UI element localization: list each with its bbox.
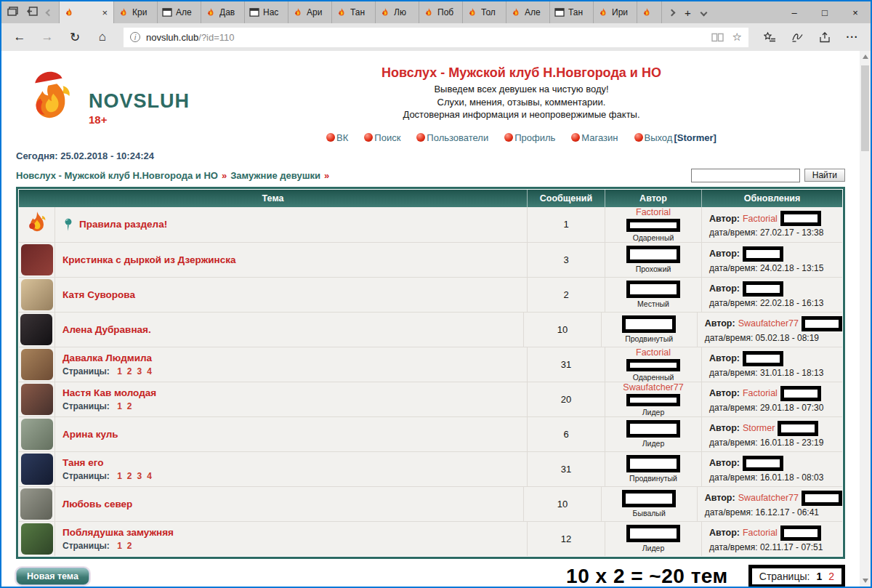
censored-updated-author	[802, 316, 842, 331]
updated-author-link[interactable]: Swaufatcher77	[738, 318, 799, 329]
author-cell: Продвинутый	[602, 313, 698, 347]
avatar	[20, 488, 52, 520]
minimize-button[interactable]: –	[779, 1, 810, 23]
browser-tab[interactable]	[637, 1, 662, 23]
topic-page-link[interactable]: 1	[117, 541, 122, 551]
new-topic-button[interactable]: Новая тема	[16, 568, 89, 585]
site-logo[interactable]: NOVSLUH 18+	[23, 65, 227, 143]
ink-notes-icon[interactable]	[785, 26, 810, 48]
browser-tab[interactable]: Кри	[114, 1, 158, 23]
scroll-up-icon[interactable]	[863, 55, 868, 59]
site-info-icon[interactable]: i	[130, 32, 140, 42]
updated-author-link[interactable]: Factorial	[743, 388, 778, 398]
breadcrumb-link[interactable]: Замужние девушки	[230, 170, 320, 181]
topic-title-link[interactable]: Катя Суворова	[62, 289, 135, 300]
updates-cell: Автор: Swaufatcher77 дата/время: 05.02.1…	[698, 313, 842, 347]
topic-page-link[interactable]: 4	[147, 366, 152, 376]
browser-tab[interactable]: ×	[59, 1, 114, 23]
topic-title-link[interactable]: Правила раздела!	[79, 219, 167, 230]
vertical-scrollbar[interactable]	[860, 51, 871, 587]
author-link[interactable]: Swaufatcher77	[623, 382, 683, 392]
updated-author-link[interactable]: Stormer	[743, 423, 775, 433]
scrollbar-thumb[interactable]	[861, 65, 869, 151]
topic-page-link[interactable]: 2	[127, 366, 132, 376]
topic-page-link[interactable]: 1	[117, 401, 122, 411]
censored-updated-author	[743, 351, 783, 366]
home-button[interactable]: ⌂	[90, 26, 115, 48]
browser-tab[interactable]: Дав	[201, 1, 245, 23]
updated-author-link[interactable]: Factorial	[743, 214, 778, 224]
site-nav-link-3[interactable]: Профиль	[504, 132, 555, 143]
author-link[interactable]: Factorial	[636, 207, 671, 217]
close-button[interactable]: ×	[840, 1, 871, 23]
page-icon	[554, 8, 565, 17]
topic-page-link[interactable]: 2	[127, 541, 132, 551]
browser-tab[interactable]: Поб	[419, 1, 463, 23]
scroll-tabs-left-icon[interactable]	[46, 9, 53, 16]
browser-tab[interactable]: Але	[158, 1, 201, 23]
table-header: Тема Сообщений Автор Обновления	[19, 190, 842, 207]
topic-title-link[interactable]: Алена Дубравная.	[62, 324, 151, 335]
author-link[interactable]: Factorial	[636, 347, 671, 358]
site-nav-link-2[interactable]: Пользователи	[416, 132, 488, 143]
topic-title-link[interactable]: Любовь север	[62, 499, 133, 510]
topic-title-link[interactable]: Арина куль	[62, 429, 118, 440]
breadcrumb-link[interactable]: Новслух - Мужской клуб Н.Новгорода и НО	[16, 170, 218, 181]
address-bar[interactable]: i novsluh.club /?id=110 ☆	[124, 28, 748, 47]
author-cell: Бывалый	[602, 487, 698, 521]
topic-page-link[interactable]: 3	[137, 471, 142, 481]
reading-view-icon[interactable]	[711, 33, 724, 42]
forward-button[interactable]: →	[35, 26, 60, 48]
topic-avatar-cell	[19, 522, 55, 556]
author-cell: Продвинутый	[605, 452, 702, 486]
browser-tab[interactable]: Тол	[463, 1, 506, 23]
hub-favorites-icon[interactable]	[757, 26, 782, 48]
tab-menu-icon[interactable]	[700, 9, 707, 16]
site-nav-link-logout[interactable]: Выход [Stormer]	[634, 132, 716, 143]
topic-title-link[interactable]: Поблядушка замужняя	[62, 527, 174, 538]
tab-preview-icon[interactable]	[7, 6, 18, 19]
tab-title: Лю	[394, 7, 414, 17]
site-header: NOVSLUH 18+ Новслух - Мужской клуб Н.Нов…	[1, 51, 860, 143]
updated-author-label: Автор:	[709, 249, 740, 259]
scroll-down-icon[interactable]	[863, 579, 868, 583]
updated-author-link[interactable]: Factorial	[743, 528, 778, 538]
topic-page-link[interactable]: 3	[137, 366, 142, 376]
search-button[interactable]: Найти	[804, 169, 845, 182]
browser-tab[interactable]: Тан	[332, 1, 376, 23]
updated-author-link[interactable]: Swaufatcher77	[738, 493, 799, 503]
browser-tab[interactable]: Ири	[594, 1, 637, 23]
share-icon[interactable]	[812, 26, 837, 48]
browser-tab[interactable]: Лю	[376, 1, 419, 23]
current-datetime: Сегодня: 25.02.2018 - 10:24:24	[16, 150, 860, 161]
browser-tab[interactable]: Тан	[550, 1, 594, 23]
topic-page-link[interactable]: 4	[147, 471, 152, 481]
search-input[interactable]	[691, 169, 800, 182]
tab-close-icon[interactable]: ×	[100, 7, 109, 18]
topic-page-link[interactable]: 2	[127, 471, 132, 481]
browser-tab[interactable]: Ари	[288, 1, 332, 23]
pagination-page-link[interactable]: 2	[828, 571, 834, 582]
set-tabs-aside-icon[interactable]	[27, 6, 38, 19]
topic-title-link[interactable]: Таня его	[62, 457, 103, 468]
more-menu-icon[interactable]: ···	[840, 26, 865, 48]
navigation-bar: ← → ↻ ⌂ i novsluh.club /?id=110 ☆ ···	[1, 23, 871, 51]
add-favorite-star-icon[interactable]: ☆	[732, 31, 742, 44]
maximize-button[interactable]: □	[810, 1, 840, 23]
topic-title-link[interactable]: Давалка Людмила	[62, 353, 152, 363]
topic-title-link[interactable]: Настя Кав молодая	[62, 387, 156, 398]
browser-tab[interactable]: Нас	[245, 1, 288, 23]
topic-page-link[interactable]: 1	[117, 366, 122, 376]
scroll-tabs-right-icon[interactable]	[669, 9, 676, 16]
site-nav-link-1[interactable]: Поиск	[364, 132, 400, 143]
refresh-button[interactable]: ↻	[62, 26, 87, 48]
topic-page-link[interactable]: 2	[127, 401, 132, 411]
back-button[interactable]: ←	[7, 26, 32, 48]
browser-tab[interactable]: Але	[506, 1, 550, 23]
new-tab-icon[interactable]: +	[685, 7, 691, 19]
topic-page-link[interactable]: 1	[117, 471, 122, 481]
site-nav-link-4[interactable]: Магазин	[571, 132, 618, 143]
header-topic: Тема	[19, 190, 528, 207]
site-nav-link-0[interactable]: ВК	[326, 132, 348, 143]
topic-title-link[interactable]: Кристинка с дыркой из Дзержинска	[62, 254, 235, 265]
